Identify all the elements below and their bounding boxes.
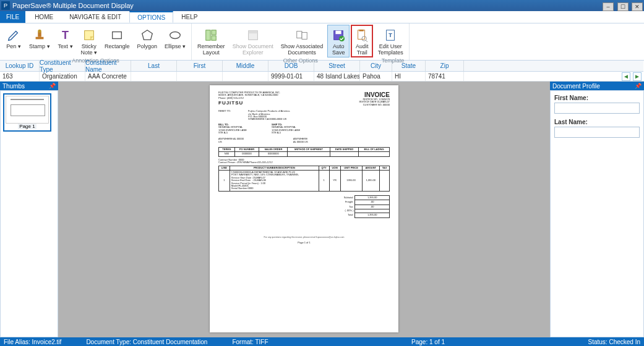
- last-name-input[interactable]: [554, 127, 640, 138]
- svg-rect-8: [212, 30, 216, 35]
- document-viewer[interactable]: FUJITSU COMPUTER PRODUCTS OF AMERICA, IN…: [58, 82, 550, 337]
- layout-icon: [204, 28, 218, 43]
- cell: 78741: [426, 72, 464, 81]
- svg-text:T: T: [389, 32, 392, 38]
- tab-options[interactable]: OPTIONS: [129, 11, 173, 23]
- cell: [223, 72, 268, 81]
- thumbnails-panel: Thumbs📌 Page 1: [0, 82, 58, 337]
- pen-button[interactable]: Pen ▾: [2, 25, 25, 51]
- cell: 163: [0, 72, 40, 81]
- cell: Pahoa: [360, 72, 392, 81]
- svg-rect-18: [359, 30, 364, 32]
- pin-icon[interactable]: 📌: [49, 83, 56, 89]
- svg-rect-0: [35, 37, 43, 40]
- document-profile-panel: Document Profile📌 First Name: Last Name:: [550, 82, 644, 337]
- polygon-icon: [140, 28, 155, 43]
- status-document-type: Document Type: Constituent Documentation: [86, 339, 207, 345]
- audit-trail-button[interactable]: Audit Trail: [351, 25, 373, 57]
- show-document-explorer-button[interactable]: Show Document Explorer: [230, 25, 277, 57]
- maximize-button[interactable]: ☐: [617, 2, 629, 11]
- associated-docs-icon: [294, 28, 309, 43]
- svg-rect-4: [113, 32, 122, 39]
- text-icon: T: [58, 28, 73, 43]
- cell: [177, 72, 223, 81]
- auto-save-icon: [331, 28, 346, 43]
- thumb-preview: [6, 96, 49, 124]
- file-menu[interactable]: FILE: [0, 11, 25, 23]
- data-row[interactable]: 163OrganizationAAA Concrete9999-01-0148 …: [0, 72, 464, 82]
- svg-rect-3: [84, 31, 93, 40]
- rectangle-icon: [109, 28, 124, 43]
- ribbon: Pen ▾ Stamp ▾ TText ▾ Sticky Note ▾ Rect…: [0, 23, 644, 61]
- last-name-label: Last Name:: [554, 119, 640, 125]
- profile-title: Document Profile: [552, 83, 600, 90]
- group-label-template: Template: [382, 57, 405, 64]
- thumbnail-1[interactable]: Page 1: [3, 93, 51, 132]
- auto-save-button[interactable]: Auto Save: [327, 25, 350, 57]
- first-name-input[interactable]: [554, 103, 640, 114]
- col-constituent-name[interactable]: Constituent Name: [85, 61, 131, 71]
- svg-rect-15: [336, 31, 341, 35]
- polygon-button[interactable]: Polygon: [134, 25, 161, 51]
- status-file-alias: File Alias: Invoice2.tif: [4, 339, 61, 345]
- status-page: Page: 1 of 1: [411, 339, 445, 345]
- svg-rect-17: [358, 30, 365, 40]
- title-bar: P PaperSave® Multiple Document Display –…: [0, 0, 644, 11]
- edit-templates-icon: T: [383, 28, 398, 43]
- next-record-button[interactable]: ►: [633, 72, 642, 81]
- svg-point-2: [38, 30, 41, 33]
- cell: HI: [392, 72, 426, 81]
- cell: 9999-01-01: [268, 72, 314, 81]
- svg-rect-12: [297, 32, 302, 38]
- status-format: Format: TIFF: [232, 339, 268, 345]
- minimize-button[interactable]: –: [603, 2, 614, 11]
- svg-rect-13: [302, 32, 307, 39]
- col-zip[interactable]: Zip: [426, 61, 464, 71]
- app-icon: P: [1, 1, 10, 10]
- col-constituent-type[interactable]: Constituent Type: [40, 61, 85, 71]
- cell: AAA Concrete: [85, 72, 131, 81]
- thumbs-title: Thumbs: [2, 83, 25, 90]
- tab-home[interactable]: HOME: [27, 11, 61, 23]
- pin-icon[interactable]: 📌: [635, 83, 642, 89]
- status-checked: Status: Checked In: [588, 339, 641, 345]
- document-page: FUJITSU COMPUTER PRODUCTS OF AMERICA, IN…: [210, 85, 398, 332]
- svg-marker-5: [142, 30, 153, 40]
- stamp-button[interactable]: Stamp ▾: [26, 25, 53, 51]
- col-lookup-id[interactable]: Lookup ID: [0, 61, 40, 71]
- menu-bar: FILE HOME NAVIGATE & EDIT OPTIONS HELP: [0, 11, 644, 23]
- tab-help[interactable]: HELP: [173, 11, 205, 23]
- show-associated-documents-button[interactable]: Show Associated Documents: [278, 25, 327, 57]
- tab-navigate-edit[interactable]: NAVIGATE & EDIT: [61, 11, 129, 23]
- window-title: PaperSave® Multiple Document Display: [12, 2, 602, 9]
- edit-user-templates-button[interactable]: TEdit User Templates: [374, 25, 406, 57]
- cell: 48 Island Lakes S: [314, 72, 360, 81]
- cell: [131, 72, 177, 81]
- close-button[interactable]: ✕: [632, 2, 643, 11]
- audit-trail-icon: [354, 28, 369, 43]
- remember-layout-button[interactable]: Remember Layout: [194, 25, 228, 57]
- group-label-other: Other Options: [283, 57, 318, 64]
- ellipse-icon: [168, 28, 182, 43]
- col-last[interactable]: Last: [131, 61, 177, 71]
- thumb-caption: Page 1: [18, 124, 36, 129]
- svg-point-6: [170, 32, 181, 39]
- first-name-label: First Name:: [554, 95, 640, 101]
- rectangle-button[interactable]: Rectangle: [101, 25, 133, 51]
- cell: Organization: [40, 72, 85, 81]
- svg-rect-9: [212, 36, 216, 40]
- stamp-icon: [32, 28, 47, 43]
- document-explorer-icon: [246, 28, 260, 43]
- sticky-note-icon: [82, 28, 97, 43]
- text-button[interactable]: TText ▾: [54, 25, 77, 51]
- ellipse-button[interactable]: Ellipse ▾: [161, 25, 189, 51]
- prev-record-button[interactable]: ◄: [622, 72, 630, 81]
- svg-rect-11: [248, 31, 257, 34]
- pen-icon: [6, 28, 21, 43]
- status-bar: File Alias: Invoice2.tif Document Type: …: [0, 337, 644, 346]
- sticky-note-button[interactable]: Sticky Note ▾: [78, 25, 101, 57]
- svg-rect-7: [206, 30, 210, 41]
